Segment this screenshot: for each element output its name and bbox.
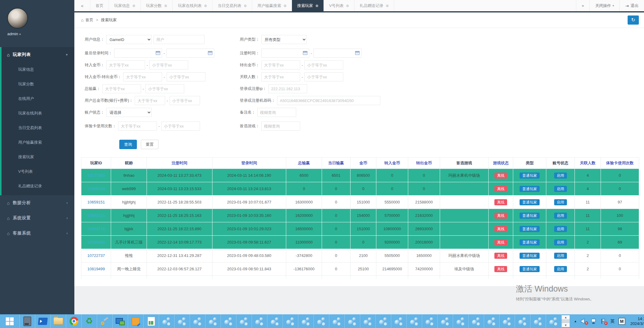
column-header-转出金币[interactable]: 转出金币	[408, 158, 440, 169]
column-header-关联人数[interactable]: 关联人数	[575, 158, 601, 169]
taskbar-network-app[interactable]	[530, 314, 546, 328]
field-登录或注册ip-input[interactable]	[268, 84, 307, 93]
taskbar-network-app[interactable]	[267, 314, 283, 328]
taskbar-key-tool[interactable]	[97, 314, 113, 328]
tab-close-icon[interactable]: ⊗	[132, 4, 135, 8]
sidebar-item-玩家在线列表[interactable]: 玩家在线列表	[2, 106, 74, 121]
sidebar-item-搜索玩家[interactable]: 搜索玩家	[2, 150, 74, 164]
tray-down-arrow-icon[interactable]: ▼	[562, 323, 570, 327]
network-status-icon[interactable]	[591, 319, 597, 324]
taskbar-network-app[interactable]	[469, 314, 484, 328]
taskbar-network-app[interactable]	[314, 314, 329, 328]
taskbar-clock[interactable]: 14:19 2024/3/11	[630, 316, 644, 326]
taskbar-network-app[interactable]	[190, 314, 205, 328]
player-type-badge[interactable]: 普通玩家	[520, 226, 540, 232]
tab-close-icon[interactable]: ⊗	[315, 4, 318, 8]
column-header-注册时间[interactable]: 注册时间	[147, 158, 212, 169]
field-体验卡使用次数-min-input[interactable]	[118, 121, 157, 131]
refresh-button[interactable]: ↻	[628, 15, 639, 25]
ime-mode-indicator[interactable]: M	[619, 318, 625, 325]
player-id-link[interactable]: 10598159	[87, 186, 105, 191]
field-转入金币-min-input[interactable]	[106, 60, 145, 70]
column-header-当日输赢[interactable]: 当日输赢	[322, 158, 350, 169]
search-button[interactable]: 查询	[119, 140, 137, 149]
field-备注名-input[interactable]	[257, 108, 296, 117]
tray-scroll-widget[interactable]: ▲ ▼	[561, 315, 570, 327]
column-header-转入金币[interactable]: 转入金币	[376, 158, 408, 169]
tray-scroll-handle[interactable]	[562, 319, 570, 323]
username[interactable]: admin▾	[7, 32, 74, 36]
column-header-登录时间[interactable]: 登录时间	[212, 158, 286, 169]
field-最后登录时间-end-date-input[interactable]	[166, 49, 214, 58]
field-转出金币-max-input[interactable]	[304, 60, 343, 70]
account-status-badge[interactable]: 启用	[554, 239, 567, 245]
taskbar-network-app[interactable]	[283, 314, 298, 328]
player-type-badge[interactable]: 普通玩家	[520, 173, 540, 179]
field-最后登录时间-start-date-input[interactable]	[114, 49, 162, 58]
account-status-badge[interactable]: 启用	[554, 266, 567, 272]
tab-close-icon[interactable]: ⊗	[204, 4, 207, 8]
taskbar-file-explorer[interactable]	[51, 314, 66, 328]
taskbar-network-app[interactable]	[345, 314, 360, 328]
field-转入金币-转出金币-min-input[interactable]	[123, 72, 162, 81]
field-转入金币-转出金币-max-input[interactable]	[167, 72, 205, 81]
sidebar-item-当日交易列表[interactable]: 当日交易列表	[2, 121, 74, 135]
field-用户总金币数(银行+携带)-min-input[interactable]	[135, 96, 165, 105]
taskbar-network-app[interactable]	[298, 314, 314, 328]
player-id-link[interactable]: 10602315	[87, 213, 105, 218]
taskbar-network-app[interactable]	[221, 314, 236, 328]
action-center-flag-icon[interactable]: ✕	[601, 319, 606, 324]
player-id-link[interactable]: 10454716	[87, 227, 105, 231]
taskbar-server-manager[interactable]	[20, 314, 35, 328]
taskbar-network-app[interactable]	[453, 314, 469, 328]
taskbar-start-button[interactable]	[0, 314, 20, 328]
tray-up-arrow-icon[interactable]: ▲	[562, 315, 570, 319]
tab-首页[interactable]: 首页	[90, 0, 109, 11]
tab-V号列表[interactable]: V号列表⊗	[324, 0, 354, 11]
taskbar-chrome[interactable]	[66, 314, 82, 328]
taskbar-chart-app[interactable]	[144, 314, 159, 328]
tab-礼品赠送记录[interactable]: 礼品赠送记录⊗	[354, 0, 394, 11]
taskbar-sync-tool[interactable]: ♻	[82, 314, 97, 328]
taskbar-network-app[interactable]	[407, 314, 422, 328]
taskbar-network-app[interactable]	[422, 314, 438, 328]
taskbar-network-app[interactable]	[329, 314, 345, 328]
taskbar-network-app[interactable]	[391, 314, 407, 328]
player-type-badge[interactable]: 普通玩家	[520, 199, 540, 205]
tabs-scroll-left-button[interactable]: «	[74, 0, 90, 11]
field-体验卡使用次数-max-input[interactable]	[161, 121, 200, 131]
menu-group-header-客服系统[interactable]: ⌂客服系统‹	[0, 226, 74, 241]
account-status-badge[interactable]: 启用	[554, 253, 567, 259]
close-operations-dropdown[interactable]: 关闭操作▾	[589, 0, 619, 11]
field-注册时间-start-date-input[interactable]	[261, 49, 309, 58]
input-language-indicator[interactable]: 英	[610, 319, 615, 324]
player-id-link[interactable]: 10819499	[87, 267, 105, 271]
tab-close-icon[interactable]: ⊗	[164, 4, 167, 8]
taskbar-network-app[interactable]	[438, 314, 453, 328]
tab-当日交易列表[interactable]: 当日交易列表⊗	[212, 0, 252, 11]
tab-close-icon[interactable]: ⊗	[283, 4, 286, 8]
taskbar-network-app[interactable]	[484, 314, 500, 328]
tab-close-icon[interactable]: ⊗	[346, 4, 349, 8]
field-用户总金币数(银行+携带)-max-input[interactable]	[170, 96, 200, 105]
sidebar-item-V号列表[interactable]: V号列表	[2, 164, 74, 179]
sidebar-item-玩家信息[interactable]: 玩家信息	[2, 62, 74, 77]
sidebar-item-礼品赠送记录[interactable]: 礼品赠送记录	[2, 179, 74, 193]
player-type-badge[interactable]: 普通玩家	[520, 239, 540, 245]
account-status-badge[interactable]: 启用	[554, 199, 567, 205]
field-总输赢-max-input[interactable]	[145, 84, 184, 93]
menu-group-header-玩家列表[interactable]: ⌂玩家列表▾	[2, 47, 74, 62]
reset-button[interactable]: 重置	[141, 140, 158, 149]
field-关联人数-max-input[interactable]	[304, 72, 343, 81]
volume-muted-icon[interactable]: ✕	[581, 319, 587, 324]
column-header-总输赢[interactable]: 总输赢	[286, 158, 322, 169]
field-关联人数-min-input[interactable]	[261, 72, 300, 81]
field-注册时间-end-date-input[interactable]	[314, 49, 361, 58]
account-status-badge[interactable]: 启用	[554, 213, 567, 219]
logout-button[interactable]: ⇥退出	[619, 0, 644, 11]
column-header-金币[interactable]: 金币	[350, 158, 376, 169]
tab-玩家信息[interactable]: 玩家信息⊗	[109, 0, 141, 11]
sidebar-item-玩家分数[interactable]: 玩家分数	[2, 77, 74, 91]
player-type-badge[interactable]: 普通玩家	[520, 186, 540, 192]
taskbar-deployment-tool[interactable]	[128, 314, 144, 328]
